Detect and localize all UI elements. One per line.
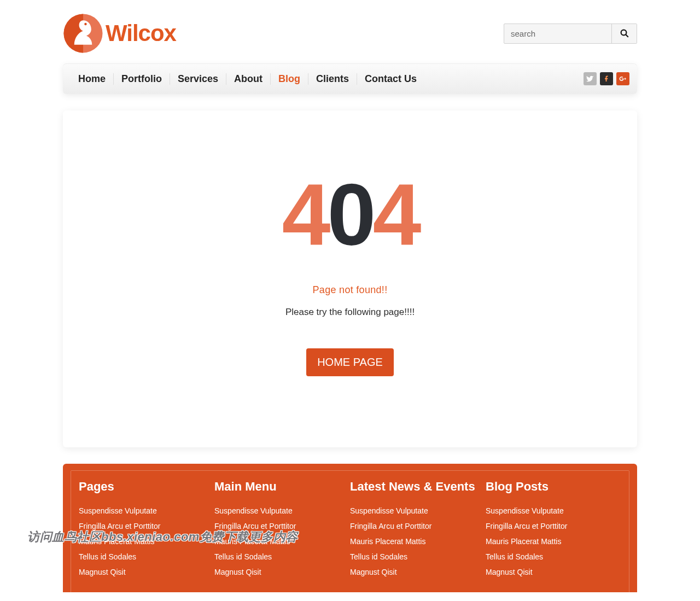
footer-link[interactable]: Suspendisse Vulputate — [486, 506, 564, 515]
footer-link[interactable]: Suspendisse Vulputate — [350, 506, 428, 515]
footer-link[interactable]: Mauris Placerat Mattis — [350, 537, 425, 546]
footer-col-latest-news-events: Latest News & EventsSuspendisse Vulputat… — [350, 480, 486, 582]
nav-link[interactable]: Portfolio — [121, 73, 162, 84]
nav-item-services[interactable]: Services — [170, 73, 226, 85]
footer-link-item: Mauris Placerat Mattis — [486, 536, 621, 546]
footer-link-item: Suspendisse Vulputate — [79, 506, 214, 516]
footer-col-title: Main Menu — [214, 480, 350, 494]
footer-link-list: Suspendisse VulputateFringilla Arcu et P… — [79, 506, 214, 577]
nav-item-home[interactable]: Home — [71, 73, 114, 85]
footer-col-title: Blog Posts — [486, 480, 621, 494]
footer-link-item: Mauris Placerat Mattis — [79, 536, 214, 546]
digit-4a: 4 — [282, 165, 328, 263]
footer-link[interactable]: Mauris Placerat Mattis — [79, 537, 154, 546]
svg-point-3 — [84, 23, 86, 25]
nav-link[interactable]: Blog — [278, 73, 300, 84]
nav-item-portfolio[interactable]: Portfolio — [114, 73, 170, 85]
logo[interactable]: Wilcox — [63, 13, 176, 54]
footer-col-pages: PagesSuspendisse VulputateFringilla Arcu… — [79, 480, 214, 582]
nav-item-about[interactable]: About — [226, 73, 271, 85]
home-page-button[interactable]: HOME PAGE — [306, 348, 394, 376]
footer-link[interactable]: Magnust Qisit — [350, 568, 397, 576]
footer-link-item: Magnust Qisit — [214, 567, 350, 577]
footer-link-item: Tellus id Sodales — [486, 552, 621, 562]
footer-link[interactable]: Tellus id Sodales — [350, 552, 407, 561]
footer-col-main-menu: Main MenuSuspendisse VulputateFringilla … — [214, 480, 350, 582]
footer-link-item: Suspendisse Vulputate — [214, 506, 350, 516]
search-input[interactable] — [504, 24, 611, 43]
footer-link-item: Magnust Qisit — [350, 567, 486, 577]
footer-link[interactable]: Fringilla Arcu et Porttitor — [486, 522, 567, 530]
svg-point-4 — [621, 30, 626, 36]
header: Wilcox — [63, 0, 637, 63]
svg-line-5 — [626, 34, 628, 37]
nav-link[interactable]: About — [234, 73, 262, 84]
nav-link[interactable]: Home — [78, 73, 106, 84]
facebook-icon[interactable] — [600, 72, 613, 85]
nav-list: HomePortfolioServicesAboutBlogClientsCon… — [71, 73, 424, 85]
footer-link-item: Fringilla Arcu et Porttitor — [214, 521, 350, 531]
nav-link[interactable]: Contact Us — [365, 73, 417, 84]
footer-link[interactable]: Tellus id Sodales — [486, 552, 543, 561]
footer-columns: PagesSuspendisse VulputateFringilla Arcu… — [71, 480, 629, 582]
footer-link[interactable]: Magnust Qisit — [486, 568, 533, 576]
footer-link-item: Suspendisse Vulputate — [486, 506, 621, 516]
footer-link-item: Suspendisse Vulputate — [350, 506, 486, 516]
footer-link-item: Tellus id Sodales — [350, 552, 486, 562]
footer-link[interactable]: Fringilla Arcu et Porttitor — [214, 522, 296, 530]
brand-name: Wilcox — [106, 20, 176, 46]
gplus-icon[interactable] — [616, 72, 629, 85]
nav-item-blog[interactable]: Blog — [271, 73, 308, 85]
footer-link-list: Suspendisse VulputateFringilla Arcu et P… — [214, 506, 350, 577]
digit-4b: 4 — [372, 165, 418, 263]
footer-link-item: Fringilla Arcu et Porttitor — [350, 521, 486, 531]
error-panel: 404 Page not found!! Please try the foll… — [63, 110, 637, 447]
not-found-text: Page not found!! — [85, 284, 615, 296]
footer-col-blog-posts: Blog PostsSuspendisse VulputateFringilla… — [486, 480, 621, 582]
footer-link-item: Mauris Placerat Mattis — [214, 536, 350, 546]
twitter-icon[interactable] — [584, 72, 597, 85]
search-icon — [620, 28, 629, 38]
nav-item-contact-us[interactable]: Contact Us — [357, 73, 424, 85]
footer-link[interactable]: Tellus id Sodales — [79, 552, 136, 561]
search-button[interactable] — [611, 24, 637, 43]
footer-link[interactable]: Magnust Qisit — [79, 568, 126, 576]
social-links — [584, 72, 629, 85]
logo-icon — [63, 13, 103, 54]
footer-link-item: Tellus id Sodales — [79, 552, 214, 562]
footer-link-item: Fringilla Arcu et Porttitor — [486, 521, 621, 531]
footer-link[interactable]: Mauris Placerat Mattis — [486, 537, 561, 546]
navbar: HomePortfolioServicesAboutBlogClientsCon… — [63, 63, 637, 94]
footer-link[interactable]: Tellus id Sodales — [214, 552, 272, 561]
footer-link[interactable]: Mauris Placerat Mattis — [214, 537, 290, 546]
footer-link[interactable]: Suspendisse Vulputate — [214, 506, 293, 515]
footer-link[interactable]: Suspendisse Vulputate — [79, 506, 157, 515]
footer-link-item: Tellus id Sodales — [214, 552, 350, 562]
footer-link-item: Mauris Placerat Mattis — [350, 536, 486, 546]
footer-link-item: Magnust Qisit — [486, 567, 621, 577]
nav-link[interactable]: Clients — [316, 73, 349, 84]
try-text: Please try the following page!!!! — [85, 307, 615, 318]
footer-col-title: Latest News & Events — [350, 480, 486, 494]
footer-link-item: Magnust Qisit — [79, 567, 214, 577]
footer-link-item: Fringilla Arcu et Porttitor — [79, 521, 214, 531]
footer-col-title: Pages — [79, 480, 214, 494]
footer: PagesSuspendisse VulputateFringilla Arcu… — [63, 464, 637, 592]
footer-link-list: Suspendisse VulputateFringilla Arcu et P… — [350, 506, 486, 577]
footer-link[interactable]: Fringilla Arcu et Porttitor — [79, 522, 160, 530]
nav-item-clients[interactable]: Clients — [308, 73, 357, 85]
digit-0: 0 — [328, 165, 373, 263]
footer-link-list: Suspendisse VulputateFringilla Arcu et P… — [486, 506, 621, 577]
error-code: 404 — [85, 171, 615, 258]
footer-link[interactable]: Magnust Qisit — [214, 568, 261, 576]
nav-link[interactable]: Services — [178, 73, 218, 84]
footer-link[interactable]: Fringilla Arcu et Porttitor — [350, 522, 431, 530]
search-form — [504, 24, 637, 44]
